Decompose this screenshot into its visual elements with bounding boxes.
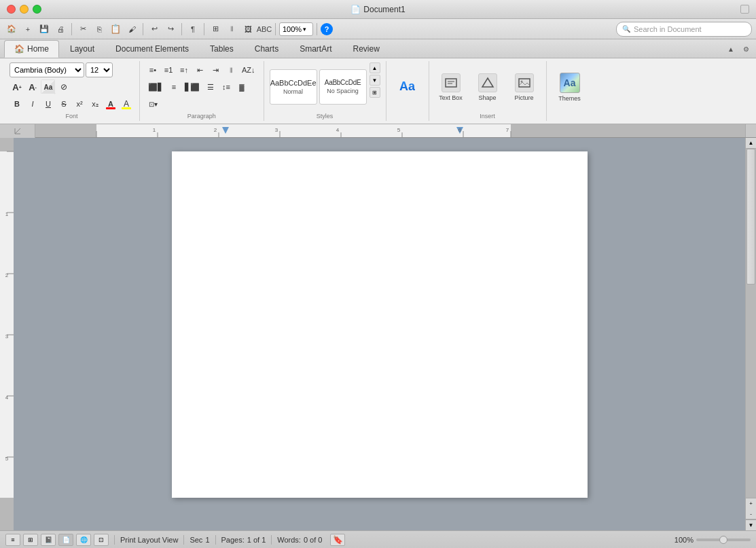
paste-btn[interactable]: 📋 xyxy=(108,22,123,37)
insert-group: Text Box Shape xyxy=(429,61,547,121)
style-normal[interactable]: AaBbCcDdEe Normal xyxy=(270,69,317,105)
underline-btn[interactable]: U xyxy=(41,96,56,111)
view-focus-btn[interactable]: ⊡ xyxy=(94,534,109,546)
svg-text:3: 3 xyxy=(275,127,278,133)
view-print-btn[interactable]: 📄 xyxy=(58,534,73,546)
style-nospacing[interactable]: AaBbCcDdE No Spacing xyxy=(319,69,367,105)
ribbon-options-btn[interactable]: ⚙ xyxy=(740,43,752,55)
multilevel-list-btn[interactable]: ≡↑ xyxy=(177,62,192,77)
document-page[interactable] xyxy=(172,151,588,498)
ribbon-tabs: 🏠 Home Layout Document Elements Tables C… xyxy=(0,39,756,58)
align-left-btn[interactable]: ⬛▋ xyxy=(145,79,166,94)
justify-btn[interactable]: ☰ xyxy=(203,79,218,94)
bold-btn[interactable]: B xyxy=(10,96,24,111)
increase-font-btn[interactable]: A+ xyxy=(10,79,24,94)
style-expand[interactable]: ⊞ xyxy=(370,87,380,98)
tab-layout[interactable]: Layout xyxy=(60,40,105,58)
ruler-h-markings: 1 2 3 4 5 6 7 xyxy=(35,124,745,137)
style-scroll-down[interactable]: ▼ xyxy=(370,75,380,86)
shading-btn[interactable]: ▓ xyxy=(234,79,249,94)
font-family-select[interactable]: Cambria (Body) xyxy=(10,62,84,77)
scroll-resize-down[interactable]: - xyxy=(746,509,756,519)
font-size-select[interactable]: 12 xyxy=(86,62,113,77)
columns-para-btn[interactable]: ⫴ xyxy=(223,62,238,77)
close-button[interactable] xyxy=(7,5,16,14)
document-canvas[interactable] xyxy=(14,138,745,530)
view-outline-btn[interactable]: ⊞ xyxy=(23,534,38,546)
picture-btn[interactable]: Picture xyxy=(508,69,541,105)
resize-icon[interactable] xyxy=(740,5,749,14)
cut-btn[interactable]: ✂ xyxy=(75,22,90,37)
insert-picture-btn[interactable]: 🖼 xyxy=(240,22,255,37)
borders-btn[interactable]: ⊡▾ xyxy=(145,96,160,111)
themes-btn[interactable]: Aa Themes xyxy=(552,69,588,105)
print-btn[interactable]: 🖨 xyxy=(53,22,68,37)
textbox-icon xyxy=(442,73,461,92)
increase-indent-btn[interactable]: ⇥ xyxy=(208,62,223,77)
align-center-btn[interactable]: ≡ xyxy=(166,79,181,94)
style-aa-btn[interactable]: Aa xyxy=(391,69,425,105)
scroll-resize-up[interactable]: + xyxy=(746,498,756,509)
decrease-font-btn[interactable]: A- xyxy=(25,79,40,94)
bookmark-btn[interactable]: 🔖 xyxy=(330,534,345,546)
scroll-down-btn[interactable]: ▼ xyxy=(746,519,756,530)
decrease-indent-btn[interactable]: ⇤ xyxy=(192,62,207,77)
view-notebook-btn[interactable]: 📓 xyxy=(41,534,56,546)
shape-btn[interactable]: Shape xyxy=(471,69,504,105)
tab-document-elements[interactable]: Document Elements xyxy=(105,40,199,58)
ordered-list-btn[interactable]: ≡1 xyxy=(161,62,176,77)
status-bar: ≡ ⊞ 📓 📄 🌐 ⊡ Print Layout View Sec 1 Page… xyxy=(0,530,756,548)
insert-table-btn[interactable]: ⊞ xyxy=(208,22,223,37)
scroll-up-btn[interactable]: ▲ xyxy=(746,138,756,149)
view-normal-btn[interactable]: ≡ xyxy=(5,534,20,546)
zoom-slider[interactable] xyxy=(696,538,751,541)
paragraph-group-label: Paragraph xyxy=(145,111,258,120)
text-color-btn[interactable]: A xyxy=(103,96,118,111)
copy-btn[interactable]: ⎘ xyxy=(92,22,107,37)
clear-formatting-btn[interactable]: ⊘ xyxy=(56,79,71,94)
subscript-btn[interactable]: x₂ xyxy=(88,96,103,111)
title-bar-right xyxy=(740,5,749,14)
line-spacing-btn[interactable]: ↕≡ xyxy=(219,79,234,94)
search-box[interactable]: 🔍 Search in Document xyxy=(616,22,752,37)
paragraph-marks-btn[interactable]: ¶ xyxy=(185,22,200,37)
highlight-btn[interactable]: A xyxy=(119,96,134,111)
redo-btn[interactable]: ↪ xyxy=(163,22,178,37)
maximize-button[interactable] xyxy=(33,5,41,14)
tab-tables[interactable]: Tables xyxy=(200,40,244,58)
tab-review[interactable]: Review xyxy=(342,40,389,58)
help-button[interactable]: ? xyxy=(321,23,333,35)
style-scroll-up[interactable]: ▲ xyxy=(370,62,380,73)
change-case-btn[interactable]: Aa xyxy=(41,79,56,94)
columns-btn[interactable]: ⫴ xyxy=(224,22,239,37)
align-right-btn[interactable]: ▋⬛ xyxy=(182,79,202,94)
scroll-thumb[interactable] xyxy=(746,149,755,285)
unordered-list-btn[interactable]: ≡• xyxy=(145,62,160,77)
zoom-display[interactable]: 100% ▾ xyxy=(279,22,313,36)
zoom-thumb[interactable] xyxy=(719,536,727,544)
save-btn[interactable]: 💾 xyxy=(37,22,52,37)
view-web-btn[interactable]: 🌐 xyxy=(76,534,91,546)
tab-charts[interactable]: Charts xyxy=(245,40,289,58)
tab-smartart[interactable]: SmartArt xyxy=(289,40,342,58)
separator-6 xyxy=(317,23,317,35)
collapse-ribbon-btn[interactable]: ▲ xyxy=(725,43,737,55)
styles-scroll: ▲ ▼ ⊞ xyxy=(370,62,380,111)
italic-btn[interactable]: I xyxy=(25,96,40,111)
tab-home[interactable]: 🏠 Home xyxy=(4,40,59,58)
textbox-btn[interactable]: Text Box xyxy=(435,69,467,105)
home-quick-btn[interactable]: 🏠 xyxy=(4,22,19,37)
format-painter-btn[interactable]: 🖌 xyxy=(124,22,139,37)
sort-btn[interactable]: AZ↓ xyxy=(239,62,258,77)
spelling-btn[interactable]: ABC xyxy=(257,22,272,37)
themes-icon: Aa xyxy=(560,73,580,93)
new-btn[interactable]: + xyxy=(20,22,35,37)
superscript-btn[interactable]: x² xyxy=(72,96,87,111)
ruler-corner[interactable] xyxy=(0,124,35,138)
separator-2 xyxy=(143,23,143,35)
scroll-track[interactable] xyxy=(746,149,756,498)
undo-btn[interactable]: ↩ xyxy=(147,22,162,37)
ruler-horizontal: 1 2 3 4 5 6 7 xyxy=(35,124,745,137)
strikethrough-btn[interactable]: S xyxy=(56,96,71,111)
minimize-button[interactable] xyxy=(20,5,29,14)
